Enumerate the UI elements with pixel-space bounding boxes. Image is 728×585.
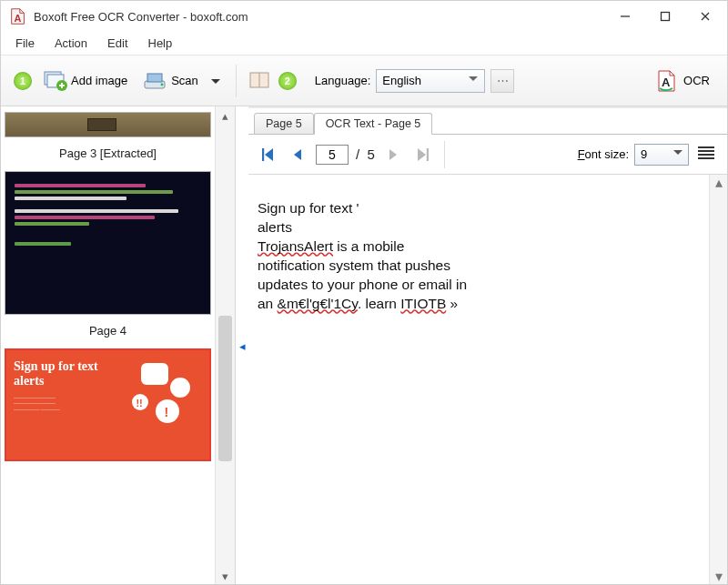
step-2-badge: 2 [278,72,297,90]
scan-button[interactable]: Scan [137,66,225,96]
add-image-button[interactable]: Add image [37,66,132,96]
tab-ocr-text[interactable]: OCR Text - Page 5 [314,113,433,135]
thumbnail-image [5,113,210,136]
scrollbar-thumb[interactable] [218,316,232,461]
svg-rect-15 [427,148,429,161]
thumbnail-scrollbar[interactable]: ▴ ▾ [215,106,235,585]
prev-page-button[interactable] [287,144,308,166]
window-title: Boxoft Free OCR Converter - boxoft.com [34,10,605,24]
workarea: Page 3 [Extracted] Page 4 Sign up for te… [1,106,727,585]
menu-action[interactable]: Action [46,34,96,53]
thumbnail-page-5[interactable]: Sign up for text alerts ────────────────… [5,348,211,461]
app-icon: A [8,6,28,26]
scanner-icon [142,68,167,94]
ocr-icon: A [654,68,680,94]
toolbar-separator [236,65,237,97]
last-page-button[interactable] [411,144,433,166]
svg-text:A: A [14,13,21,24]
tab-page-image[interactable]: Page 5 [254,113,314,135]
thumb5-headline: Sign up for text alerts [14,359,112,388]
thumbnail-label: Page 3 [Extracted] [5,143,211,166]
menu-file[interactable]: File [6,34,44,53]
scan-label: Scan [171,74,198,87]
svg-rect-9 [147,74,162,82]
copy-all-button[interactable] [694,143,718,166]
scroll-up-icon[interactable]: ▴ [710,175,727,191]
splitter-collapse-icon[interactable]: ◂ [238,329,247,362]
thumbnail-page-3[interactable] [5,112,211,137]
ocr-text-area[interactable]: Sign up for text ' alerts TrojansAlert i… [248,174,727,585]
add-image-label: Add image [71,74,127,87]
scroll-down-icon[interactable]: ▾ [710,569,727,585]
page-total: / 5 [356,146,375,162]
tab-strip: Page 5 OCR Text - Page 5 [248,106,727,134]
svg-point-10 [161,83,164,86]
title-bar: A Boxoft Free OCR Converter - boxoft.com [1,1,727,32]
pager-toolbar: / 5 Font size: 9 [248,134,727,174]
font-size-label: Font size: [578,147,629,161]
scroll-down-icon[interactable]: ▾ [216,567,235,585]
thumbnail-image: Sign up for text alerts ────────────────… [6,350,209,459]
layout-icon[interactable] [248,68,273,94]
toolbar: 1 Add image Scan 2 Language: English [1,55,727,106]
vertical-splitter[interactable]: ◂ [236,106,248,585]
scroll-up-icon[interactable]: ▴ [216,106,235,125]
language-settings-button[interactable]: ⋯ [490,69,514,93]
font-size-select[interactable]: 9 [634,144,689,166]
close-button[interactable] [685,3,725,30]
page-number-input[interactable] [316,145,349,165]
scan-dropdown-arrow[interactable] [211,79,220,88]
menu-edit[interactable]: Edit [98,34,136,53]
thumbnail-list[interactable]: Page 3 [Extracted] Page 4 Sign up for te… [1,106,215,585]
thumbnail-panel: Page 3 [Extracted] Page 4 Sign up for te… [1,106,236,585]
add-image-icon [42,68,67,94]
menu-help[interactable]: Help [139,34,182,53]
minimize-button[interactable] [605,3,645,30]
menu-bar: File Action Edit Help [1,32,727,55]
text-scrollbar[interactable]: ▴ ▾ [709,175,727,585]
language-select[interactable]: English [376,69,485,93]
language-label: Language: [315,74,370,87]
next-page-button[interactable] [382,144,404,166]
content-panel: Page 5 OCR Text - Page 5 / 5 Font size: [248,106,727,585]
svg-text:A: A [662,76,671,89]
thumbnail-image [5,172,210,314]
maximize-button[interactable] [645,3,685,30]
gear-icon: ⋯ [497,74,509,87]
svg-rect-14 [262,148,264,161]
step-1-badge: 1 [14,72,32,90]
ocr-button[interactable]: A OCR [650,66,714,96]
ocr-label: OCR [683,74,710,87]
first-page-button[interactable] [258,144,279,166]
svg-rect-2 [662,13,670,21]
thumbnail-page-4[interactable] [5,171,211,315]
thumbnail-label: Page 4 [5,320,211,343]
